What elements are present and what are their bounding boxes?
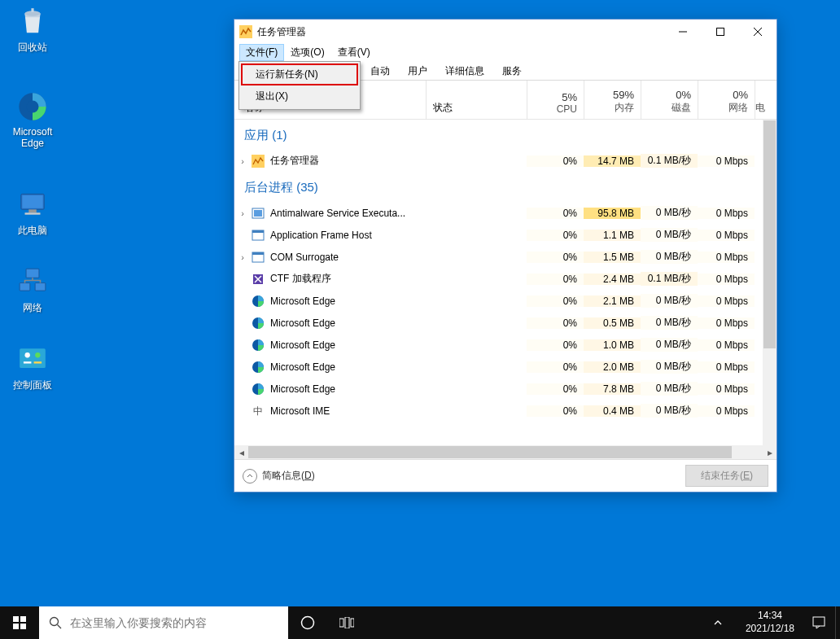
col-status[interactable]: 状态 bbox=[426, 81, 527, 119]
tab-startup[interactable]: 自动 bbox=[361, 61, 399, 80]
process-name: Microsoft Edge bbox=[270, 317, 335, 329]
menu-item-exit[interactable]: 退出(X) bbox=[241, 85, 358, 107]
show-desktop-button[interactable] bbox=[835, 606, 840, 639]
col-power[interactable]: 电 bbox=[755, 81, 761, 119]
process-network: 0 Mbps bbox=[698, 208, 755, 219]
task-view-button[interactable] bbox=[327, 606, 366, 639]
process-memory: 2.4 MB bbox=[584, 274, 641, 285]
col-disk[interactable]: 0% 磁盘 bbox=[641, 81, 698, 119]
process-row[interactable]: ›Antimalware Service Executa...0%95.8 MB… bbox=[234, 202, 777, 224]
process-memory: 0.4 MB bbox=[584, 405, 641, 417]
svg-rect-6 bbox=[28, 209, 37, 212]
horizontal-scrollbar[interactable]: ◂ ▸ bbox=[234, 445, 777, 459]
fewer-details-button[interactable]: 简略信息(D) bbox=[243, 469, 315, 484]
desktop-icon-recycle-bin[interactable]: 回收站 bbox=[2, 4, 63, 55]
col-network[interactable]: 0% 网络 bbox=[698, 81, 755, 119]
desktop-icon-control-panel[interactable]: 控制面板 bbox=[2, 342, 63, 392]
desktop-icon-edge[interactable]: Microsoft Edge bbox=[2, 90, 63, 149]
clock-date: 2021/12/18 bbox=[746, 623, 794, 636]
col-cpu[interactable]: 5% CPU bbox=[527, 81, 584, 119]
desktop-icon-this-pc[interactable]: 此电脑 bbox=[2, 187, 63, 238]
process-row[interactable]: Application Frame Host0%1.1 MB0 MB/秒0 Mb… bbox=[234, 224, 777, 246]
desktop-icon-network[interactable]: 网络 bbox=[2, 265, 63, 315]
process-row[interactable]: 中Microsoft IME0%0.4 MB0 MB/秒0 Mbps bbox=[234, 400, 777, 422]
scrollbar-thumb[interactable] bbox=[763, 120, 776, 348]
minimize-button[interactable] bbox=[664, 20, 702, 44]
svg-rect-25 bbox=[252, 230, 264, 233]
process-disk: 0 MB/秒 bbox=[641, 250, 698, 264]
process-memory: 2.1 MB bbox=[584, 295, 641, 307]
scroll-left-icon[interactable]: ◂ bbox=[234, 445, 248, 459]
svg-rect-43 bbox=[345, 617, 349, 628]
net-pct: 0% bbox=[733, 89, 748, 101]
process-cpu: 0% bbox=[527, 361, 584, 373]
process-row[interactable]: Microsoft Edge0%2.1 MB0 MB/秒0 Mbps bbox=[234, 290, 777, 312]
svg-rect-45 bbox=[813, 617, 825, 626]
svg-rect-14 bbox=[24, 361, 31, 363]
menu-view[interactable]: 查看(V) bbox=[331, 44, 377, 61]
process-disk: 0 MB/秒 bbox=[641, 316, 698, 330]
tab-details[interactable]: 详细信息 bbox=[436, 61, 493, 80]
cpu-pct: 5% bbox=[562, 91, 577, 103]
svg-point-39 bbox=[50, 618, 59, 626]
taskbar-clock[interactable]: 14:34 2021/12/18 bbox=[737, 610, 803, 635]
process-network: 0 Mbps bbox=[698, 361, 755, 373]
process-row[interactable]: ›COM Surrogate0%1.5 MB0 MB/秒0 Mbps bbox=[234, 246, 777, 268]
search-box[interactable] bbox=[39, 606, 288, 639]
tab-users[interactable]: 用户 bbox=[399, 61, 436, 80]
process-row[interactable]: CTF 加载程序0%2.4 MB0.1 MB/秒0 Mbps bbox=[234, 268, 777, 290]
search-input[interactable] bbox=[70, 616, 288, 629]
process-cpu: 0% bbox=[527, 295, 584, 307]
maximize-button[interactable] bbox=[702, 20, 739, 44]
start-button[interactable] bbox=[0, 606, 39, 639]
process-memory: 1.0 MB bbox=[584, 339, 641, 351]
minimize-icon bbox=[679, 28, 687, 36]
tray-chevron-button[interactable] bbox=[698, 606, 737, 639]
notifications-icon bbox=[812, 616, 825, 629]
process-name: CTF 加载程序 bbox=[270, 272, 331, 286]
process-name: 任务管理器 bbox=[270, 154, 319, 168]
menubar: 文件(F) 选项(O) 查看(V) bbox=[234, 44, 777, 61]
cortana-button[interactable] bbox=[288, 606, 327, 639]
process-network: 0 Mbps bbox=[698, 274, 755, 285]
disk-label: 磁盘 bbox=[672, 101, 691, 115]
group-apps[interactable]: 应用 (1) bbox=[234, 120, 777, 150]
expand-chevron-icon[interactable]: › bbox=[234, 156, 251, 166]
process-row[interactable]: ›任务管理器0%14.7 MB0.1 MB/秒0 Mbps bbox=[234, 150, 777, 172]
process-row[interactable]: Microsoft Edge0%2.0 MB0 MB/秒0 Mbps bbox=[234, 356, 777, 378]
tab-services[interactable]: 服务 bbox=[493, 61, 531, 80]
process-name: COM Surrogate bbox=[270, 252, 339, 263]
process-icon bbox=[251, 339, 265, 352]
window-footer: 简略信息(D) 结束任务(E) bbox=[234, 459, 777, 492]
process-row[interactable]: Microsoft Edge0%7.8 MB0 MB/秒0 Mbps bbox=[234, 378, 777, 400]
windows-icon bbox=[13, 616, 26, 629]
titlebar[interactable]: 任务管理器 bbox=[234, 20, 777, 44]
svg-rect-5 bbox=[22, 195, 42, 208]
process-row[interactable]: Microsoft Edge0%1.0 MB0 MB/秒0 Mbps bbox=[234, 334, 777, 356]
svg-rect-7 bbox=[25, 212, 41, 214]
process-disk: 0 MB/秒 bbox=[641, 294, 698, 308]
hscroll-thumb[interactable] bbox=[248, 446, 732, 458]
expand-chevron-icon[interactable]: › bbox=[234, 208, 251, 218]
process-disk: 0 MB/秒 bbox=[641, 228, 698, 242]
process-cpu: 0% bbox=[527, 230, 584, 241]
col-memory[interactable]: 59% 内存 bbox=[584, 81, 641, 119]
vertical-scrollbar[interactable] bbox=[763, 120, 777, 445]
net-label: 网络 bbox=[728, 101, 748, 115]
search-icon bbox=[49, 616, 62, 629]
process-disk: 0 MB/秒 bbox=[641, 338, 698, 352]
menu-file[interactable]: 文件(F) bbox=[239, 44, 284, 61]
notifications-button[interactable] bbox=[803, 606, 835, 639]
scroll-right-icon[interactable]: ▸ bbox=[763, 445, 777, 459]
svg-rect-23 bbox=[254, 210, 262, 217]
group-background[interactable]: 后台进程 (35) bbox=[234, 172, 777, 202]
menu-item-run-new-task[interactable]: 运行新任务(N) bbox=[241, 63, 358, 85]
close-button[interactable] bbox=[739, 20, 777, 44]
menu-options[interactable]: 选项(O) bbox=[284, 44, 330, 61]
network-icon bbox=[15, 265, 50, 299]
expand-chevron-icon[interactable]: › bbox=[234, 252, 251, 262]
process-row[interactable]: Microsoft Edge0%0.5 MB0 MB/秒0 Mbps bbox=[234, 312, 777, 334]
end-task-button[interactable]: 结束任务(E) bbox=[685, 465, 768, 487]
process-name: Microsoft Edge bbox=[270, 295, 335, 307]
process-network: 0 Mbps bbox=[698, 317, 755, 329]
